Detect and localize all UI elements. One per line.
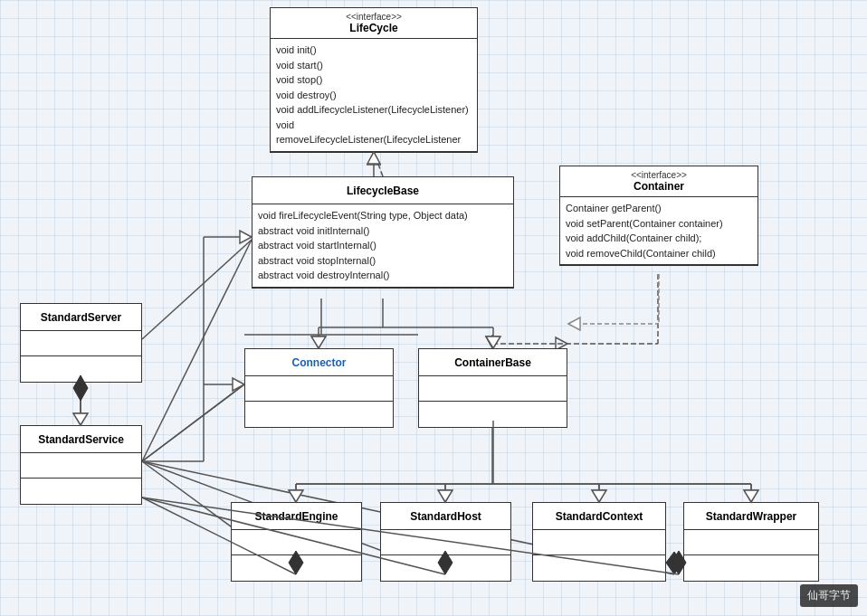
svg-marker-61 <box>438 490 453 502</box>
containerbase-section2 <box>419 402 567 427</box>
svg-marker-63 <box>744 490 758 502</box>
svg-marker-22 <box>439 490 452 502</box>
svg-marker-51 <box>240 231 252 243</box>
svg-marker-60 <box>289 490 303 502</box>
containerbase-box: ContainerBase <box>418 348 567 428</box>
lifecycle-methods: void init() void start() void stop() voi… <box>271 39 477 152</box>
svg-marker-41 <box>486 336 500 348</box>
lifecycle-box: <<interface>> LifeCycle void init() void… <box>270 7 478 153</box>
svg-marker-23 <box>593 490 605 502</box>
standardcontext-section2 <box>533 555 665 581</box>
method-item: void fireLifecycleEvent(String type, Obj… <box>258 208 508 223</box>
standardserver-section2 <box>21 356 141 382</box>
method-item: void removeChild(Container child) <box>566 246 752 261</box>
standardengine-section2 <box>232 555 361 581</box>
method-item: void stop() <box>276 72 472 88</box>
standardcontext-box: StandardContext <box>532 502 666 582</box>
svg-marker-24 <box>745 490 757 502</box>
standardhost-section1 <box>381 530 510 555</box>
svg-marker-1 <box>367 152 380 165</box>
svg-line-32 <box>142 240 252 339</box>
method-item: void destroy() <box>276 88 472 103</box>
watermark: 仙哥字节 <box>800 584 858 607</box>
standardservice-box: StandardService <box>20 425 142 505</box>
lifecyclebase-methods: void fireLifecycleEvent(String type, Obj… <box>252 204 513 288</box>
diagram-container: <<interface>> LifeCycle void init() void… <box>0 0 867 616</box>
svg-line-0 <box>374 152 383 176</box>
lifecyclebase-classname: LifecycleBase <box>347 185 419 197</box>
method-item: abstract void stopInternal() <box>258 253 508 269</box>
standardcontext-classname: StandardContext <box>556 510 643 523</box>
standardservice-section2 <box>21 479 141 504</box>
method-item: void addChild(Container child); <box>566 231 752 246</box>
connector-section2 <box>245 402 393 427</box>
connector-section1 <box>245 376 393 402</box>
container-classname: Container <box>634 180 684 193</box>
standardserver-box: StandardServer <box>20 303 142 383</box>
connector-classname: Connector <box>292 356 347 369</box>
method-item: abstract void startInternal() <box>258 238 508 253</box>
container-stereotype: <<interface>> <box>631 170 687 180</box>
standardserver-section1 <box>21 331 141 356</box>
containerbase-classname: ContainerBase <box>454 356 531 369</box>
standardhost-section2 <box>381 555 510 581</box>
standardhost-box: StandardHost <box>380 502 511 582</box>
containerbase-section1 <box>419 376 567 402</box>
svg-line-13 <box>142 240 252 461</box>
svg-marker-53 <box>233 378 244 391</box>
container-methods: Container getParent() void setParent(Con… <box>560 197 757 265</box>
svg-marker-31 <box>74 413 87 425</box>
svg-line-33 <box>142 384 244 461</box>
method-item: void init() <box>276 43 472 58</box>
svg-marker-35 <box>367 152 380 164</box>
standardwrapper-classname: StandardWrapper <box>706 510 796 523</box>
standardwrapper-section1 <box>684 530 818 555</box>
svg-marker-21 <box>290 490 302 502</box>
svg-marker-62 <box>592 490 606 502</box>
method-item: void addLifecycleListener(LifecycleListe… <box>276 102 472 118</box>
svg-marker-30 <box>666 552 682 574</box>
lifecyclebase-box: LifecycleBase void fireLifecycleEvent(St… <box>252 176 514 289</box>
svg-marker-6 <box>312 336 325 348</box>
lifecycle-classname: LifeCycle <box>349 22 397 34</box>
container-interface-box: <<interface>> Container Container getPar… <box>559 166 758 266</box>
svg-marker-47 <box>73 413 88 425</box>
connector-box: Connector <box>244 348 394 428</box>
standardcontext-section1 <box>533 530 665 555</box>
svg-marker-44 <box>568 317 580 330</box>
standardwrapper-section2 <box>684 555 818 581</box>
method-item: void start() <box>276 58 472 73</box>
standardengine-classname: StandardEngine <box>254 510 338 523</box>
method-item: void setParent(Container container) <box>566 216 752 232</box>
standardwrapper-box: StandardWrapper <box>683 502 819 582</box>
svg-marker-40 <box>311 336 326 348</box>
method-item: abstract void destroyInternal() <box>258 268 508 283</box>
standardengine-section1 <box>232 530 361 555</box>
svg-line-14 <box>142 384 244 461</box>
standardservice-classname: StandardService <box>38 433 124 446</box>
method-item: Container getParent() <box>566 201 752 216</box>
standardhost-classname: StandardHost <box>410 510 481 523</box>
lifecycle-stereotype: <<interface>> <box>346 12 402 22</box>
svg-marker-7 <box>486 336 499 348</box>
standardservice-section1 <box>21 453 141 479</box>
method-item: abstract void initInternal() <box>258 223 508 239</box>
method-item: void removeLifecycleListener(LifecycleLi… <box>276 118 472 147</box>
standardserver-classname: StandardServer <box>41 311 121 324</box>
standardengine-box: StandardEngine <box>231 502 362 582</box>
